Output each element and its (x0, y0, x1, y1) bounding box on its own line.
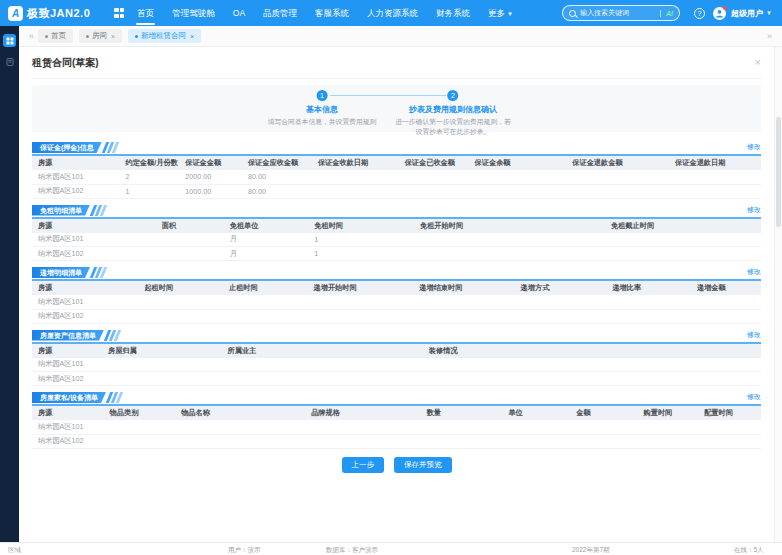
table-cell (414, 247, 605, 261)
tab-item[interactable]: 新增租赁合同× (128, 29, 201, 43)
logo-icon: A (8, 6, 23, 21)
table-cell (515, 309, 607, 323)
user-name[interactable]: 超级用户 (731, 8, 763, 19)
table-row[interactable]: 纳米园A区101 (32, 420, 761, 434)
table-row[interactable]: 纳米园A区10211000.0080.00 (32, 184, 761, 198)
nav-item[interactable]: 管理驾驶舱 (163, 0, 224, 26)
table-cell (102, 358, 222, 372)
table-row[interactable]: 纳米园A区10122000.0080.00 (32, 170, 761, 184)
table-cell (698, 420, 761, 434)
status-online: 在线：5人 (734, 546, 764, 555)
column-header: 房源 (32, 281, 138, 295)
table-cell (669, 170, 761, 184)
table-cell: 纳米园A区102 (32, 309, 138, 323)
modify-link[interactable]: 修改 (747, 392, 761, 402)
modify-link[interactable]: 修改 (747, 267, 761, 277)
nav-item[interactable]: 财务系统 (427, 0, 479, 26)
tabs-scroll-left-icon[interactable]: « (25, 31, 38, 41)
column-header: 保证金应收金额 (242, 156, 312, 170)
nav-item[interactable]: 客服系统 (306, 0, 358, 26)
section-title-badge: 免租明细清单 (32, 205, 90, 216)
tab-dot-icon (86, 35, 89, 38)
table-row[interactable]: 纳米园A区101月1 (32, 233, 761, 247)
tabs-scroll-right-icon[interactable]: » (763, 31, 776, 41)
help-icon[interactable]: ? (694, 8, 705, 19)
table-cell: 2 (119, 170, 179, 184)
stripes-decoration-icon (104, 142, 117, 153)
tab-close-icon[interactable]: × (111, 33, 115, 40)
user-icon (715, 9, 724, 18)
tab-dot-icon (135, 35, 138, 38)
table-cell (223, 295, 308, 309)
step-description: 填写合同基本信息，并设置费用规则 (268, 117, 377, 127)
tab-item[interactable]: 首页 (38, 29, 73, 43)
column-header: 递增方式 (515, 281, 607, 295)
column-header: 数量 (421, 406, 503, 420)
table-cell (222, 358, 423, 372)
sidebar-item-workbench[interactable] (3, 34, 16, 47)
table-cell (698, 434, 761, 448)
table-cell (222, 372, 423, 386)
apps-grid-icon[interactable] (114, 8, 124, 18)
table-cell: 月 (224, 247, 309, 261)
table-row[interactable]: 纳米园A区102 (32, 309, 761, 323)
column-header: 所属业主 (222, 344, 423, 358)
left-sidebar (0, 26, 19, 542)
table-cell (421, 420, 503, 434)
column-header: 保证金退款日期 (669, 156, 761, 170)
nav-item[interactable]: 更多▼ (479, 0, 522, 26)
table-cell: 纳米园A区101 (32, 233, 156, 247)
table-cell (138, 295, 223, 309)
section-table: 房源物品类别物品名称品牌规格数量单位金额购置时间配置时间纳米园A区101纳米园A… (32, 406, 761, 449)
table-cell (605, 247, 761, 261)
section-header: 递增明细清单修改 (32, 265, 761, 278)
modify-link[interactable]: 修改 (747, 205, 761, 215)
table-cell (606, 295, 691, 309)
scrollbar-track[interactable] (774, 47, 782, 542)
table-row[interactable]: 纳米园A区101 (32, 295, 761, 309)
avatar[interactable] (713, 7, 726, 20)
nav-item[interactable]: OA (224, 0, 254, 26)
nav-item[interactable]: 首页 (128, 0, 163, 26)
table-row[interactable]: 纳米园A区102月1 (32, 247, 761, 261)
detail-section: 房屋家私/设备清单修改房源物品类别物品名称品牌规格数量单位金额购置时间配置时间纳… (32, 390, 761, 449)
detail-section: 保证金(押金)信息修改房源约定金额/月份数保证金金额保证金应收金额保证金收款日期… (32, 140, 761, 199)
tab-label: 房间 (92, 31, 107, 41)
table-cell (469, 184, 567, 198)
column-header: 房源 (32, 406, 104, 420)
app-logo[interactable]: A 极致JAN2.0 (0, 6, 100, 21)
column-header: 物品类别 (104, 406, 176, 420)
table-cell: 纳米园A区101 (32, 420, 104, 434)
tab-item[interactable]: 房间× (79, 29, 122, 43)
close-icon[interactable]: × (755, 57, 761, 68)
table-row[interactable]: 纳米园A区102 (32, 434, 761, 448)
action-buttons: 上一步 保存并预览 (32, 457, 761, 473)
stripes-decoration-icon (106, 330, 119, 341)
tab-close-icon[interactable]: × (190, 33, 194, 40)
search-box[interactable]: 输入搜索关键词 AI (562, 5, 680, 21)
scrollbar-thumb[interactable] (776, 117, 781, 227)
column-header: 递增开始时间 (308, 281, 414, 295)
save-and-preview-button[interactable]: 保存并预览 (394, 457, 452, 473)
ai-icon[interactable]: AI (660, 10, 673, 17)
chevron-down-icon[interactable]: ▼ (766, 10, 772, 16)
modify-link[interactable]: 修改 (747, 330, 761, 340)
table-row[interactable]: 纳米园A区102 (32, 372, 761, 386)
column-header: 房屋归属 (102, 344, 222, 358)
table-header-row: 房源面积免租单位免租时间免租开始时间免租截止时间 (32, 219, 761, 233)
column-header: 单位 (502, 406, 570, 420)
section-table: 房源面积免租单位免租时间免租开始时间免租截止时间纳米园A区101月1纳米园A区1… (32, 219, 761, 262)
sidebar-item-documents[interactable] (3, 55, 16, 68)
tabs-bar: « 首页房间×新增租赁合同× » (19, 26, 782, 47)
table-cell (570, 434, 637, 448)
column-header: 免租开始时间 (414, 219, 605, 233)
table-row[interactable]: 纳米园A区101 (32, 358, 761, 372)
previous-step-button[interactable]: 上一步 (342, 457, 385, 473)
table-cell: 1000.00 (179, 184, 242, 198)
nav-item[interactable]: 人力资源系统 (358, 0, 427, 26)
table-cell: 1 (308, 247, 414, 261)
modify-link[interactable]: 修改 (747, 142, 761, 152)
table-cell (669, 184, 761, 198)
stepper: 1 基本信息 填写合同基本信息，并设置费用规则 2 抄表及费用规则信息确认 进一… (32, 85, 761, 132)
nav-item[interactable]: 品质管理 (254, 0, 306, 26)
